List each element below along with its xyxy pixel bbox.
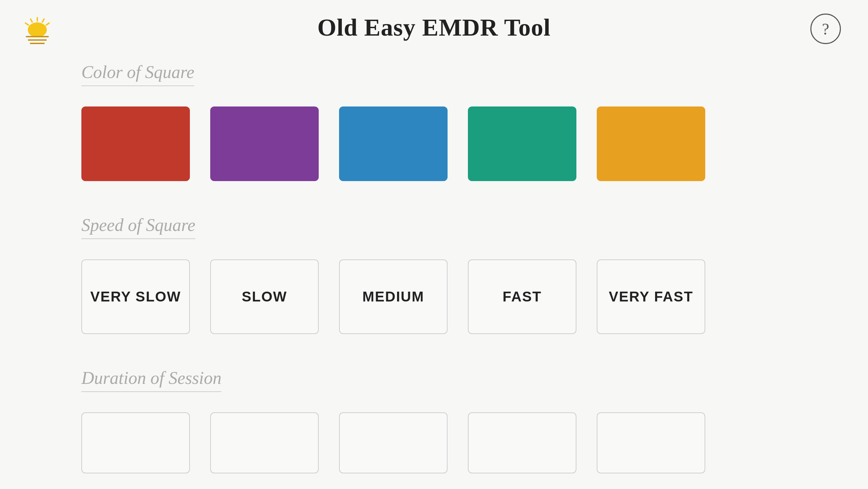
svg-line-3 bbox=[25, 23, 28, 25]
speed-fast-button[interactable]: FAST bbox=[468, 259, 576, 334]
app-header: Old Easy EMDR Tool ? bbox=[0, 0, 868, 48]
duration-button-row bbox=[81, 412, 787, 473]
app-logo bbox=[20, 14, 54, 49]
color-swatch-orange[interactable] bbox=[597, 106, 705, 181]
duration-unlimited-button[interactable] bbox=[597, 412, 705, 473]
color-section: Color of Square bbox=[81, 62, 787, 181]
speed-section: Speed of Square VERY SLOW SLOW MEDIUM FA… bbox=[81, 215, 787, 334]
help-button[interactable]: ? bbox=[810, 14, 841, 44]
svg-line-5 bbox=[46, 23, 49, 25]
speed-medium-button[interactable]: MEDIUM bbox=[339, 259, 448, 334]
duration-section-label: Duration of Session bbox=[81, 368, 221, 392]
color-section-label: Color of Square bbox=[81, 62, 194, 86]
duration-1min-button[interactable] bbox=[81, 412, 190, 473]
color-swatch-red[interactable] bbox=[81, 106, 190, 181]
color-swatch-blue[interactable] bbox=[339, 106, 448, 181]
duration-5min-button[interactable] bbox=[210, 412, 319, 473]
color-swatch-purple[interactable] bbox=[210, 106, 319, 181]
svg-point-0 bbox=[28, 22, 47, 37]
svg-line-2 bbox=[31, 19, 32, 22]
color-swatch-row bbox=[81, 106, 787, 181]
speed-slow-button[interactable]: SLOW bbox=[210, 259, 319, 334]
question-mark-icon: ? bbox=[822, 20, 829, 38]
color-swatch-teal[interactable] bbox=[468, 106, 576, 181]
speed-very-fast-button[interactable]: VERY FAST bbox=[597, 259, 705, 334]
speed-very-slow-button[interactable]: VERY SLOW bbox=[81, 259, 190, 334]
speed-button-row: VERY SLOW SLOW MEDIUM FAST VERY FAST bbox=[81, 259, 787, 334]
duration-10min-button[interactable] bbox=[339, 412, 448, 473]
duration-15min-button[interactable] bbox=[468, 412, 576, 473]
page-title: Old Easy EMDR Tool bbox=[317, 14, 551, 42]
duration-section: Duration of Session bbox=[81, 368, 787, 473]
svg-line-4 bbox=[42, 19, 44, 22]
main-content: Color of Square Speed of Square VERY SLO… bbox=[0, 48, 868, 489]
speed-section-label: Speed of Square bbox=[81, 215, 195, 239]
